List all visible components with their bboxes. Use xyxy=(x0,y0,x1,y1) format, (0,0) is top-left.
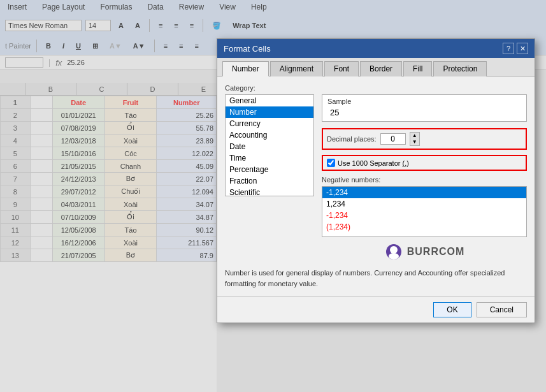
format-cells-dialog: Format Cells ? ✕ Number Alignment Font B… xyxy=(217,38,535,323)
dialog-titlebar: Format Cells ? ✕ xyxy=(217,39,535,58)
decimal-spinner: ▲ ▼ xyxy=(410,132,420,146)
dialog-title-buttons: ? ✕ xyxy=(503,43,528,54)
ok-button[interactable]: OK xyxy=(433,302,471,317)
cat-currency[interactable]: Currency xyxy=(226,118,313,129)
dialog-help-button[interactable]: ? xyxy=(503,43,514,54)
neg-item-2[interactable]: -1,234 xyxy=(322,210,526,221)
logo-icon xyxy=(384,242,403,261)
cancel-button[interactable]: Cancel xyxy=(477,302,527,317)
cat-fraction[interactable]: Fraction xyxy=(226,175,313,187)
logo-text: BURRCOM xyxy=(407,246,465,258)
separator-label: Use 1000 Separator (,) xyxy=(338,159,409,167)
category-list[interactable]: General Number Currency Accounting Date … xyxy=(225,94,314,196)
separator-checkbox[interactable] xyxy=(327,159,335,167)
separator-row: Use 1000 Separator (,) xyxy=(322,155,527,171)
neg-item-3[interactable]: (1,234) xyxy=(322,221,526,233)
decimal-places-input[interactable] xyxy=(380,133,406,145)
description-text: Number is used for general display of nu… xyxy=(225,268,527,289)
decimal-places-row: Decimal places: ▲ ▼ xyxy=(322,128,527,150)
tab-fill[interactable]: Fill xyxy=(403,61,432,76)
cat-scientific[interactable]: Scientific xyxy=(226,187,313,196)
sample-label: Sample xyxy=(327,98,521,105)
neg-item-0[interactable]: -1,234 xyxy=(322,187,526,198)
dialog-close-button[interactable]: ✕ xyxy=(517,43,528,54)
tab-number[interactable]: Number xyxy=(222,61,269,76)
right-panel: Sample 25 Decimal places: ▲ ▼ U xyxy=(322,94,527,261)
cat-general[interactable]: General xyxy=(226,95,313,106)
decimal-places-label: Decimal places: xyxy=(327,135,377,143)
decimal-decrement-btn[interactable]: ▼ xyxy=(410,139,419,145)
tab-protection[interactable]: Protection xyxy=(433,61,487,76)
category-label: Category: xyxy=(225,84,527,92)
negative-numbers-list[interactable]: -1,234 1,234 -1,234 (1,234) xyxy=(322,186,527,237)
two-col-layout: General Number Currency Accounting Date … xyxy=(225,94,527,261)
cat-accounting[interactable]: Accounting xyxy=(226,129,313,141)
sample-value: 25 xyxy=(327,106,521,119)
svg-point-2 xyxy=(389,253,399,259)
tab-font[interactable]: Font xyxy=(324,61,359,76)
cat-number[interactable]: Number xyxy=(226,106,313,118)
dialog-title: Format Cells xyxy=(224,44,271,54)
dialog-content: Category: General Number Currency Accoun… xyxy=(217,76,535,296)
tab-border[interactable]: Border xyxy=(360,61,402,76)
cat-percentage[interactable]: Percentage xyxy=(226,164,313,175)
dialog-footer: OK Cancel xyxy=(217,296,535,323)
cat-date[interactable]: Date xyxy=(226,141,313,152)
dialog-tabs: Number Alignment Font Border Fill Protec… xyxy=(217,58,535,76)
tab-alignment[interactable]: Alignment xyxy=(270,61,323,76)
neg-item-1[interactable]: 1,234 xyxy=(322,198,526,210)
sample-box: Sample 25 xyxy=(322,94,527,122)
separator-checkbox-label[interactable]: Use 1000 Separator (,) xyxy=(327,159,409,167)
svg-point-1 xyxy=(390,246,398,254)
logo-area: BURRCOM xyxy=(322,242,527,261)
cat-time[interactable]: Time xyxy=(226,152,313,164)
negative-numbers-label: Negative numbers: xyxy=(322,176,527,184)
decimal-increment-btn[interactable]: ▲ xyxy=(410,133,419,139)
